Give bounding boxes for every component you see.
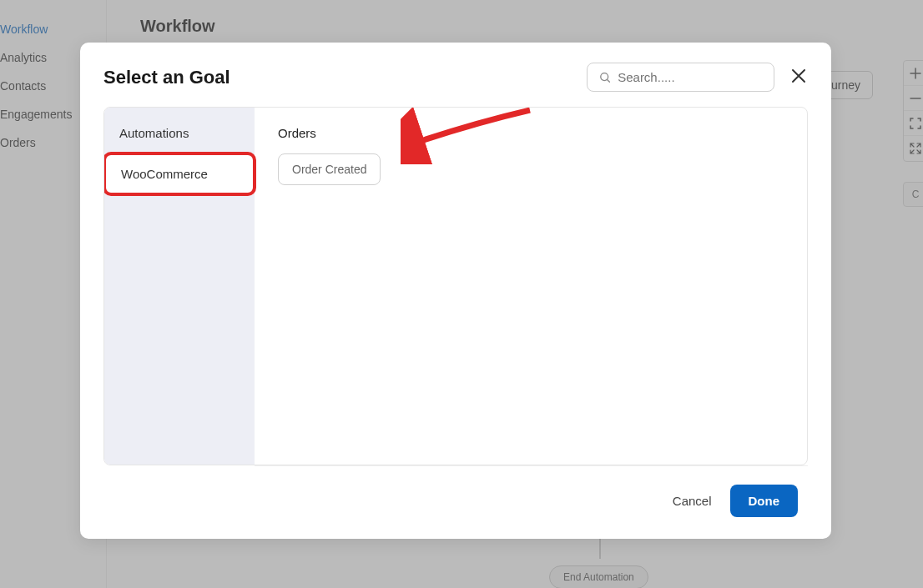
category-sidebar: Automations WooCommerce: [104, 108, 255, 465]
goal-chip-order-created[interactable]: Order Created: [278, 153, 381, 185]
close-icon: [791, 68, 806, 83]
modal-header: Select an Goal: [80, 43, 831, 107]
category-content: Orders Order Created: [255, 108, 807, 465]
category-woocommerce[interactable]: WooCommerce: [103, 152, 256, 196]
search-input[interactable]: [618, 70, 762, 84]
modal-title: Select an Goal: [103, 67, 230, 88]
category-automations[interactable]: Automations: [104, 114, 255, 152]
modal-footer: Cancel Done: [80, 466, 831, 539]
cancel-button[interactable]: Cancel: [673, 494, 712, 508]
close-button[interactable]: [791, 68, 806, 87]
select-goal-modal: Select an Goal Automations WooCommerce O…: [80, 43, 831, 539]
search-box[interactable]: [587, 63, 774, 92]
done-button[interactable]: Done: [730, 485, 799, 517]
section-title-orders: Orders: [278, 126, 784, 140]
search-icon: [599, 71, 611, 84]
modal-body: Automations WooCommerce Orders Order Cre…: [103, 107, 808, 465]
